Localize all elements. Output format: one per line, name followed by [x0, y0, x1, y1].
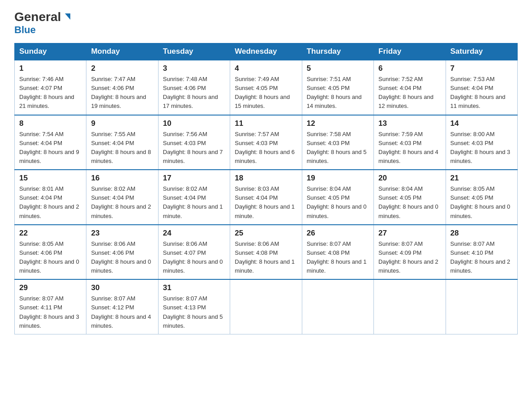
day-number: 25 [235, 229, 297, 238]
day-info: Sunrise: 7:49 AMSunset: 4:05 PMDaylight:… [235, 75, 297, 111]
calendar-day-5: 5 Sunrise: 7:51 AMSunset: 4:05 PMDayligh… [302, 60, 373, 115]
day-info: Sunrise: 8:00 AMSunset: 4:03 PMDaylight:… [450, 130, 513, 166]
day-number: 1 [19, 64, 82, 73]
day-number: 3 [163, 64, 225, 73]
calendar-week-4: 22 Sunrise: 8:05 AMSunset: 4:06 PMDaylig… [15, 225, 518, 280]
calendar-day-28: 28 Sunrise: 8:07 AMSunset: 4:10 PMDaylig… [446, 225, 517, 280]
calendar-day-16: 16 Sunrise: 8:02 AMSunset: 4:04 PMDaylig… [86, 170, 158, 225]
empty-cell [230, 279, 302, 334]
day-number: 22 [19, 229, 82, 238]
day-info: Sunrise: 7:59 AMSunset: 4:03 PMDaylight:… [378, 130, 441, 166]
svg-marker-0 [65, 13, 70, 20]
day-number: 11 [235, 119, 297, 128]
calendar-day-15: 15 Sunrise: 8:01 AMSunset: 4:04 PMDaylig… [15, 170, 86, 225]
day-number: 4 [235, 64, 297, 73]
day-number: 27 [378, 229, 441, 238]
day-number: 16 [91, 174, 153, 183]
calendar-day-1: 1 Sunrise: 7:46 AMSunset: 4:07 PMDayligh… [15, 60, 86, 115]
calendar-day-30: 30 Sunrise: 8:07 AMSunset: 4:12 PMDaylig… [86, 279, 158, 334]
day-info: Sunrise: 8:06 AMSunset: 4:07 PMDaylight:… [163, 240, 225, 276]
day-info: Sunrise: 8:05 AMSunset: 4:05 PMDaylight:… [450, 184, 513, 221]
calendar-week-5: 29 Sunrise: 8:07 AMSunset: 4:11 PMDaylig… [15, 279, 518, 334]
empty-cell [446, 279, 517, 334]
day-info: Sunrise: 8:06 AMSunset: 4:08 PMDaylight:… [235, 240, 297, 276]
column-header-saturday: Saturday [446, 43, 517, 60]
day-info: Sunrise: 8:02 AMSunset: 4:04 PMDaylight:… [163, 184, 225, 221]
calendar-day-11: 11 Sunrise: 7:57 AMSunset: 4:03 PMDaylig… [230, 115, 302, 170]
day-info: Sunrise: 8:07 AMSunset: 4:08 PMDaylight:… [307, 240, 369, 276]
day-info: Sunrise: 8:02 AMSunset: 4:04 PMDaylight:… [91, 184, 153, 221]
logo-arrow-icon [61, 13, 71, 22]
logo: General Blue [14, 11, 71, 36]
logo-general: General [14, 11, 61, 23]
day-info: Sunrise: 8:07 AMSunset: 4:12 PMDaylight:… [91, 294, 153, 330]
day-info: Sunrise: 7:46 AMSunset: 4:07 PMDaylight:… [19, 75, 82, 111]
calendar-day-29: 29 Sunrise: 8:07 AMSunset: 4:11 PMDaylig… [15, 279, 86, 334]
day-number: 31 [163, 283, 225, 292]
calendar-week-1: 1 Sunrise: 7:46 AMSunset: 4:07 PMDayligh… [15, 60, 518, 115]
calendar-day-23: 23 Sunrise: 8:06 AMSunset: 4:06 PMDaylig… [86, 225, 158, 280]
day-info: Sunrise: 8:04 AMSunset: 4:05 PMDaylight:… [378, 184, 441, 221]
column-header-monday: Monday [86, 43, 158, 60]
empty-cell [374, 279, 446, 334]
day-info: Sunrise: 8:06 AMSunset: 4:06 PMDaylight:… [91, 240, 153, 276]
day-info: Sunrise: 7:53 AMSunset: 4:04 PMDaylight:… [450, 75, 513, 111]
day-info: Sunrise: 8:07 AMSunset: 4:09 PMDaylight:… [378, 240, 441, 276]
day-info: Sunrise: 8:07 AMSunset: 4:11 PMDaylight:… [19, 294, 82, 330]
day-info: Sunrise: 7:54 AMSunset: 4:04 PMDaylight:… [19, 130, 82, 166]
day-number: 5 [307, 64, 369, 73]
day-info: Sunrise: 8:05 AMSunset: 4:06 PMDaylight:… [19, 240, 82, 276]
calendar-day-4: 4 Sunrise: 7:49 AMSunset: 4:05 PMDayligh… [230, 60, 302, 115]
day-info: Sunrise: 8:07 AMSunset: 4:13 PMDaylight:… [163, 294, 225, 330]
day-number: 10 [163, 119, 225, 128]
day-number: 24 [163, 229, 225, 238]
day-info: Sunrise: 8:07 AMSunset: 4:10 PMDaylight:… [450, 240, 513, 276]
calendar-day-27: 27 Sunrise: 8:07 AMSunset: 4:09 PMDaylig… [374, 225, 446, 280]
calendar-day-20: 20 Sunrise: 8:04 AMSunset: 4:05 PMDaylig… [374, 170, 446, 225]
calendar-day-6: 6 Sunrise: 7:52 AMSunset: 4:04 PMDayligh… [374, 60, 446, 115]
calendar-day-24: 24 Sunrise: 8:06 AMSunset: 4:07 PMDaylig… [158, 225, 230, 280]
calendar-day-8: 8 Sunrise: 7:54 AMSunset: 4:04 PMDayligh… [15, 115, 86, 170]
column-header-thursday: Thursday [302, 43, 373, 60]
day-info: Sunrise: 7:56 AMSunset: 4:03 PMDaylight:… [163, 130, 225, 166]
calendar-day-25: 25 Sunrise: 8:06 AMSunset: 4:08 PMDaylig… [230, 225, 302, 280]
day-info: Sunrise: 8:01 AMSunset: 4:04 PMDaylight:… [19, 184, 82, 221]
calendar-day-14: 14 Sunrise: 8:00 AMSunset: 4:03 PMDaylig… [446, 115, 517, 170]
day-number: 23 [91, 229, 153, 238]
day-info: Sunrise: 7:51 AMSunset: 4:05 PMDaylight:… [307, 75, 369, 111]
calendar-day-7: 7 Sunrise: 7:53 AMSunset: 4:04 PMDayligh… [446, 60, 517, 115]
day-number: 18 [235, 174, 297, 183]
column-header-tuesday: Tuesday [158, 43, 230, 60]
day-number: 17 [163, 174, 225, 183]
day-info: Sunrise: 7:48 AMSunset: 4:06 PMDaylight:… [163, 75, 225, 111]
day-number: 19 [307, 174, 369, 183]
day-number: 29 [19, 283, 82, 292]
day-info: Sunrise: 7:57 AMSunset: 4:03 PMDaylight:… [235, 130, 297, 166]
day-number: 7 [450, 64, 513, 73]
day-info: Sunrise: 7:55 AMSunset: 4:04 PMDaylight:… [91, 130, 153, 166]
day-number: 15 [19, 174, 82, 183]
calendar-week-3: 15 Sunrise: 8:01 AMSunset: 4:04 PMDaylig… [15, 170, 518, 225]
calendar-day-10: 10 Sunrise: 7:56 AMSunset: 4:03 PMDaylig… [158, 115, 230, 170]
day-info: Sunrise: 7:47 AMSunset: 4:06 PMDaylight:… [91, 75, 153, 111]
calendar-day-2: 2 Sunrise: 7:47 AMSunset: 4:06 PMDayligh… [86, 60, 158, 115]
logo-blue: Blue [14, 24, 36, 36]
calendar-day-31: 31 Sunrise: 8:07 AMSunset: 4:13 PMDaylig… [158, 279, 230, 334]
calendar-day-3: 3 Sunrise: 7:48 AMSunset: 4:06 PMDayligh… [158, 60, 230, 115]
day-info: Sunrise: 8:04 AMSunset: 4:05 PMDaylight:… [307, 184, 369, 221]
day-number: 28 [450, 229, 513, 238]
day-number: 9 [91, 119, 153, 128]
day-number: 14 [450, 119, 513, 128]
column-header-sunday: Sunday [15, 43, 86, 60]
day-number: 8 [19, 119, 82, 128]
calendar-day-26: 26 Sunrise: 8:07 AMSunset: 4:08 PMDaylig… [302, 225, 373, 280]
calendar-day-22: 22 Sunrise: 8:05 AMSunset: 4:06 PMDaylig… [15, 225, 86, 280]
day-info: Sunrise: 8:03 AMSunset: 4:04 PMDaylight:… [235, 184, 297, 221]
day-number: 12 [307, 119, 369, 128]
day-number: 6 [378, 64, 441, 73]
calendar-day-9: 9 Sunrise: 7:55 AMSunset: 4:04 PMDayligh… [86, 115, 158, 170]
day-number: 13 [378, 119, 441, 128]
column-header-wednesday: Wednesday [230, 43, 302, 60]
day-info: Sunrise: 7:52 AMSunset: 4:04 PMDaylight:… [378, 75, 441, 111]
calendar-day-19: 19 Sunrise: 8:04 AMSunset: 4:05 PMDaylig… [302, 170, 373, 225]
